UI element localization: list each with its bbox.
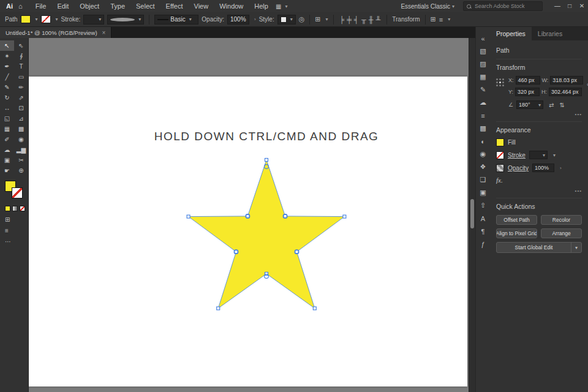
anchor-point[interactable]: [284, 214, 287, 217]
chevron-right-icon[interactable]: ›: [254, 17, 256, 22]
perspective-grid-tool[interactable]: ⊿: [14, 113, 28, 124]
tab-libraries[interactable]: Libraries: [532, 27, 568, 40]
rectangle-tool[interactable]: ▭: [14, 72, 28, 82]
opacity-field[interactable]: 100%: [532, 164, 554, 172]
width-profile-dropdown[interactable]: ▾: [107, 15, 144, 24]
menu-item[interactable]: Edit: [51, 0, 74, 12]
gradient-tool[interactable]: ▩: [14, 124, 28, 134]
opacity-link[interactable]: Opacity: [508, 165, 529, 172]
blend-tool[interactable]: ◉: [14, 134, 28, 145]
menu-item[interactable]: Window: [214, 0, 249, 12]
direct-selection-tool[interactable]: ⇖: [14, 40, 28, 51]
fill-swatch[interactable]: [496, 138, 504, 146]
menu-item[interactable]: File: [30, 0, 52, 12]
column-graph-tool[interactable]: ▂▆: [14, 145, 28, 155]
panel-menu-icon[interactable]: ≡: [439, 16, 443, 23]
x-field[interactable]: 460 px: [516, 76, 540, 85]
character-panel-icon[interactable]: A: [476, 212, 490, 225]
anchor-point[interactable]: [265, 159, 268, 162]
anchor-point[interactable]: [187, 215, 190, 218]
menu-item[interactable]: Help: [249, 0, 274, 12]
color-mode-button[interactable]: [5, 206, 10, 211]
eyedropper-tool[interactable]: ✐: [0, 134, 14, 145]
flip-horizontal-icon[interactable]: ⇄: [549, 102, 554, 108]
quick-action-button[interactable]: Arrange: [541, 228, 582, 238]
canvas[interactable]: HOLD DOWN CTRL/CMD AND DRAG: [29, 38, 475, 392]
anchor-point[interactable]: [343, 215, 346, 218]
menu-item[interactable]: Object: [74, 0, 105, 12]
anchor-point[interactable]: [235, 251, 238, 254]
artboard-tool[interactable]: ▣: [0, 155, 14, 165]
width-field[interactable]: 318.03 px: [550, 76, 583, 85]
fill-color-swatch[interactable]: [21, 15, 31, 23]
height-field[interactable]: 302.464 px: [549, 88, 582, 96]
vertical-scrollbar-thumb[interactable]: [470, 199, 474, 228]
align-right-icon[interactable]: ╡: [353, 16, 360, 23]
lasso-tool[interactable]: ∮: [14, 51, 28, 61]
transform-more-options[interactable]: •••: [496, 111, 582, 117]
anchor-point[interactable]: [217, 307, 220, 310]
document-tab[interactable]: Untitled-1* @ 100% (RGB/Preview) ×: [0, 27, 111, 38]
chevron-right-icon[interactable]: ›: [560, 165, 562, 171]
pen-tool[interactable]: ✒: [0, 61, 14, 72]
align-left-icon[interactable]: ╞: [339, 16, 346, 23]
anchor-point[interactable]: [295, 251, 298, 254]
chevron-down-icon[interactable]: ▾: [571, 243, 581, 252]
chevron-down-icon[interactable]: ▾: [285, 4, 287, 9]
restore-button[interactable]: □: [564, 0, 576, 12]
magic-wand-tool[interactable]: ✶: [0, 51, 14, 61]
opentype-panel-icon[interactable]: ƒ: [476, 238, 490, 251]
scale-tool[interactable]: ⇗: [14, 92, 28, 103]
graphic-styles-panel-icon[interactable]: ❖: [476, 160, 490, 173]
mesh-tool[interactable]: ▦: [0, 124, 14, 134]
isolate-mode-icon[interactable]: ⊞: [431, 15, 436, 23]
minimize-button[interactable]: —: [551, 0, 564, 12]
align-center-horizontal-icon[interactable]: ╪: [345, 16, 353, 23]
anchor-point[interactable]: [246, 214, 249, 217]
zoom-tool[interactable]: ⊕: [14, 165, 28, 176]
layers-panel-icon[interactable]: ❏: [476, 173, 490, 186]
align-middle-vertical-icon[interactable]: ╫: [368, 16, 375, 23]
flip-vertical-icon[interactable]: ⇅: [559, 102, 564, 108]
none-mode-button[interactable]: [20, 206, 25, 211]
start-global-edit-button[interactable]: Start Global Edit ▾: [496, 242, 582, 253]
chevron-down-icon[interactable]: ▾: [448, 17, 450, 22]
workspace-switcher[interactable]: Essentials Classic ▾: [401, 3, 454, 10]
document-setup-icon[interactable]: ⊞: [315, 15, 320, 23]
menu-item[interactable]: Select: [130, 0, 160, 12]
active-stroke-swatch[interactable]: [12, 187, 23, 198]
recolor-artwork-icon[interactable]: ◎: [299, 15, 305, 23]
opacity-field[interactable]: 100%: [227, 15, 249, 24]
quick-action-button[interactable]: Recolor: [541, 215, 582, 225]
transparency-panel-icon[interactable]: ◐: [476, 135, 490, 148]
hand-tool[interactable]: ☛: [0, 165, 14, 176]
menu-item[interactable]: Effect: [160, 0, 189, 12]
shape-builder-tool[interactable]: ◱: [0, 113, 14, 124]
tab-properties[interactable]: Properties: [490, 27, 532, 40]
stroke-weight-dropdown[interactable]: ▾: [83, 15, 104, 24]
expand-panels-icon[interactable]: «: [476, 32, 490, 45]
reference-point-widget[interactable]: [496, 78, 505, 87]
y-field[interactable]: 320 px: [515, 88, 540, 96]
type-tool[interactable]: T: [14, 61, 28, 72]
align-top-icon[interactable]: ╥: [360, 16, 368, 23]
paragraph-panel-icon[interactable]: ¶: [476, 225, 490, 238]
home-icon[interactable]: ⌂: [18, 2, 23, 10]
gradient-mode-button[interactable]: [12, 206, 18, 211]
symbol-sprayer-tool[interactable]: ☁: [0, 145, 14, 155]
symbols-panel-icon[interactable]: ☁: [476, 96, 490, 109]
search-input[interactable]: [473, 2, 539, 10]
selection-tool[interactable]: ↖: [0, 40, 14, 51]
artboards-panel-icon[interactable]: ▣: [476, 186, 490, 199]
stroke-swatch[interactable]: [496, 151, 504, 159]
quick-action-button[interactable]: Align to Pixel Grid: [496, 228, 537, 238]
chevron-down-icon[interactable]: ▾: [56, 17, 58, 22]
free-transform-tool[interactable]: ⊡: [14, 103, 28, 113]
vertical-scrollbar[interactable]: [469, 38, 475, 392]
anchor-point[interactable]: [313, 307, 316, 310]
color-panel-icon[interactable]: ▧: [476, 45, 490, 58]
effects-button[interactable]: fx.: [496, 176, 503, 184]
rotate-tool[interactable]: ↻: [0, 92, 14, 103]
color-guide-panel-icon[interactable]: ▨: [476, 58, 490, 70]
chevron-down-icon[interactable]: ▾: [326, 17, 328, 22]
